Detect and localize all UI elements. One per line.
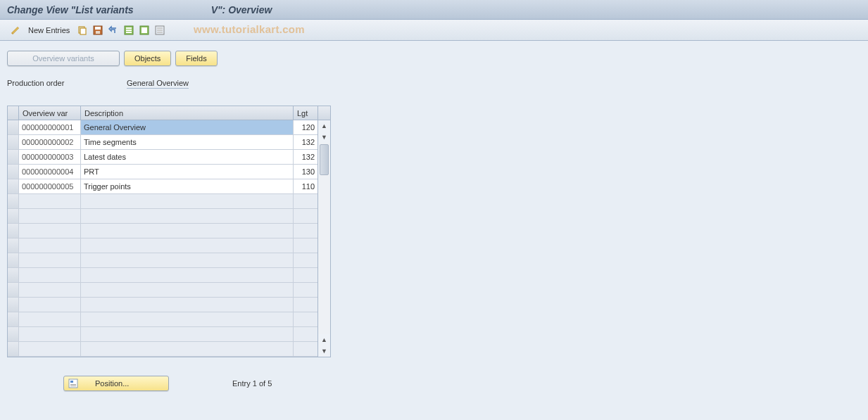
cell-desc[interactable] xyxy=(81,283,294,297)
new-entries-button[interactable]: New Entries xyxy=(25,25,73,36)
table-row[interactable] xyxy=(8,253,317,268)
cell-var[interactable]: 000000000002 xyxy=(19,135,81,149)
cell-lgt[interactable] xyxy=(294,312,317,326)
scroll-up2-icon[interactable]: ▲ xyxy=(318,334,330,345)
cell-var[interactable] xyxy=(19,298,81,312)
deselect-all-icon[interactable] xyxy=(154,25,165,36)
select-block-icon[interactable] xyxy=(139,25,150,36)
cell-lgt[interactable] xyxy=(294,224,317,238)
cell-desc[interactable] xyxy=(81,312,294,326)
cell-var[interactable] xyxy=(19,238,81,253)
cell-desc[interactable] xyxy=(81,194,294,208)
cell-lgt[interactable] xyxy=(294,327,317,341)
cell-var[interactable] xyxy=(19,342,81,356)
row-selector[interactable] xyxy=(8,327,19,341)
cell-lgt[interactable] xyxy=(294,253,317,267)
row-selector[interactable] xyxy=(8,298,19,312)
table-row[interactable] xyxy=(8,194,317,209)
cell-var[interactable]: 000000000004 xyxy=(19,165,81,179)
cell-desc[interactable] xyxy=(81,327,294,341)
pencil-icon[interactable] xyxy=(10,25,21,36)
select-all-header[interactable] xyxy=(8,106,19,120)
cell-lgt[interactable]: 132 xyxy=(294,150,317,164)
cell-desc[interactable] xyxy=(81,298,294,312)
row-selector[interactable] xyxy=(8,120,19,134)
copy-icon[interactable] xyxy=(77,25,88,36)
row-selector[interactable] xyxy=(8,224,19,238)
row-selector[interactable] xyxy=(8,150,19,164)
cell-desc[interactable]: PRT xyxy=(81,165,294,179)
cell-var[interactable] xyxy=(19,209,81,223)
cell-lgt[interactable] xyxy=(294,342,317,356)
cell-desc[interactable] xyxy=(81,268,294,282)
cell-desc[interactable] xyxy=(81,238,294,253)
cell-lgt[interactable]: 110 xyxy=(294,179,317,193)
row-selector[interactable] xyxy=(8,342,19,356)
cell-var[interactable]: 000000000001 xyxy=(19,120,81,134)
cell-lgt[interactable]: 120 xyxy=(294,120,317,134)
cell-var[interactable] xyxy=(19,283,81,297)
col-description[interactable]: Description xyxy=(81,106,294,120)
scroll-up-icon[interactable]: ▲ xyxy=(318,120,330,132)
table-row[interactable] xyxy=(8,312,317,327)
table-row[interactable]: 000000000004PRT130 xyxy=(8,165,317,179)
cell-desc[interactable]: General Overview xyxy=(81,120,294,134)
cell-lgt[interactable] xyxy=(294,194,317,208)
row-selector[interactable] xyxy=(8,209,19,223)
cell-var[interactable] xyxy=(19,268,81,282)
cell-var[interactable]: 000000000005 xyxy=(19,179,81,193)
cell-var[interactable] xyxy=(19,224,81,238)
cell-lgt[interactable] xyxy=(294,209,317,223)
cell-lgt[interactable] xyxy=(294,268,317,282)
cell-var[interactable] xyxy=(19,312,81,326)
cell-lgt[interactable]: 130 xyxy=(294,165,317,179)
col-lgt[interactable]: Lgt xyxy=(294,106,317,120)
cell-desc[interactable]: Time segments xyxy=(81,135,294,149)
scroll-track[interactable] xyxy=(318,143,330,334)
table-row[interactable] xyxy=(8,238,317,253)
row-selector[interactable] xyxy=(8,179,19,193)
row-selector[interactable] xyxy=(8,238,19,253)
cell-var[interactable] xyxy=(19,327,81,341)
table-row[interactable]: 000000000003Latest dates132 xyxy=(8,150,317,165)
row-selector[interactable] xyxy=(8,283,19,297)
cell-desc[interactable] xyxy=(81,224,294,238)
table-row[interactable] xyxy=(8,298,317,312)
cell-lgt[interactable] xyxy=(294,298,317,312)
scroll-thumb[interactable] xyxy=(320,144,329,175)
table-row[interactable] xyxy=(8,268,317,283)
cell-desc[interactable]: Trigger points xyxy=(81,179,294,193)
table-row[interactable] xyxy=(8,209,317,224)
cell-desc[interactable] xyxy=(81,209,294,223)
cell-desc[interactable] xyxy=(81,342,294,356)
row-selector[interactable] xyxy=(8,194,19,208)
position-button[interactable]: Position... xyxy=(63,376,169,391)
select-all-icon[interactable] xyxy=(123,25,134,36)
table-row[interactable]: 000000000002Time segments132 xyxy=(8,135,317,150)
scroll-down-icon[interactable]: ▼ xyxy=(318,132,330,143)
row-selector[interactable] xyxy=(8,253,19,267)
undo-icon[interactable] xyxy=(108,25,119,36)
table-row[interactable] xyxy=(8,327,317,342)
col-overview-var[interactable]: Overview var xyxy=(19,106,81,120)
table-row[interactable]: 000000000001General Overview120 xyxy=(8,120,317,135)
objects-button[interactable]: Objects xyxy=(124,51,171,66)
row-selector[interactable] xyxy=(8,135,19,149)
cell-lgt[interactable] xyxy=(294,283,317,297)
cell-desc[interactable] xyxy=(81,253,294,267)
table-row[interactable] xyxy=(8,342,317,357)
cell-var[interactable]: 000000000003 xyxy=(19,150,81,164)
row-selector[interactable] xyxy=(8,165,19,179)
save-icon[interactable] xyxy=(92,25,103,36)
cell-var[interactable] xyxy=(19,194,81,208)
table-row[interactable] xyxy=(8,224,317,238)
cell-var[interactable] xyxy=(19,253,81,267)
cell-lgt[interactable]: 132 xyxy=(294,135,317,149)
table-row[interactable]: 000000000005Trigger points110 xyxy=(8,179,317,194)
row-selector[interactable] xyxy=(8,312,19,326)
cell-lgt[interactable] xyxy=(294,238,317,253)
fields-button[interactable]: Fields xyxy=(175,51,217,66)
cell-desc[interactable]: Latest dates xyxy=(81,150,294,164)
row-selector[interactable] xyxy=(8,268,19,282)
table-row[interactable] xyxy=(8,283,317,298)
